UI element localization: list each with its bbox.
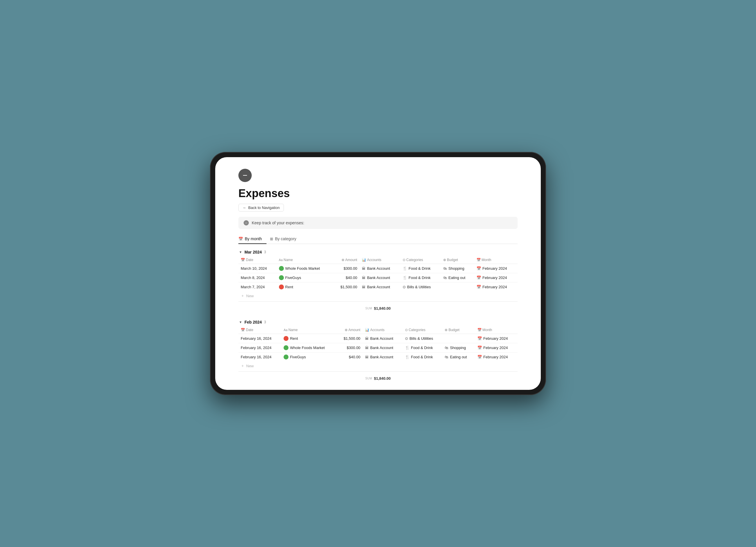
col-budget-mar: ⊕Budget <box>441 257 474 264</box>
col-name-mar: AaName <box>277 257 333 264</box>
cell-category: ⊙ Bills & Utilities <box>403 334 443 343</box>
cell-category: 🍴 Food & Drink <box>403 343 443 352</box>
cell-month: 📅 February 2024 <box>474 264 518 273</box>
cell-name: Whole Foods Market <box>277 264 333 273</box>
cell-account: 🏛 Bank Account <box>359 273 400 282</box>
category-icon: ⊙ <box>405 336 408 341</box>
col-budget-feb: ⊕Budget <box>442 327 475 334</box>
page-title: Expenses <box>238 187 518 200</box>
cell-category: 🍴 Food & Drink <box>400 264 441 273</box>
cell-amount: $300.00 <box>337 343 363 352</box>
month-icon: 📅 <box>476 285 481 289</box>
col-categories-feb: ⊙Categories <box>403 327 443 334</box>
section-count-feb: 3 <box>264 320 266 324</box>
new-row-feb[interactable]: ＋ New <box>238 361 518 370</box>
table-header-row-feb: 📅Date AaName ⊕Amount 📊Accounts ⊙Categori… <box>238 327 518 334</box>
info-bar: Keep track of your expenses: <box>238 217 518 229</box>
bank-icon: 🏛 <box>365 355 369 359</box>
cell-date: February 16, 2024 <box>238 343 281 352</box>
chevron-down-icon-feb: ▼ <box>239 320 242 324</box>
bank-icon: 🏛 <box>362 266 366 271</box>
table-row[interactable]: February 16, 2024 Rent $1,500.00 🏛 Bank … <box>238 334 518 343</box>
cell-amount: $1,500.00 <box>333 282 359 292</box>
month-icon: 📅 <box>476 275 481 280</box>
table-row[interactable]: March 8, 2024 FiveGuys $40.00 🏛 Bank Acc… <box>238 273 518 282</box>
section-title-mar: Mar 2024 <box>244 250 262 255</box>
table-feb: 📅Date AaName ⊕Amount 📊Accounts ⊙Categori… <box>238 327 518 361</box>
plus-icon-mar: ＋ <box>241 293 244 298</box>
section-title-feb: Feb 2024 <box>244 320 262 324</box>
section-feb-2024: ▼ Feb 2024 3 📅Date AaName ⊕Amount 📊Accou… <box>238 320 518 382</box>
new-row-label-feb: New <box>246 364 254 368</box>
cell-budget <box>441 282 474 292</box>
col-date-mar: 📅Date <box>238 257 277 264</box>
cell-budget: 🛍 Eating out <box>442 352 475 362</box>
chevron-down-icon: ▼ <box>239 250 242 254</box>
category-icon: ⊙ <box>403 285 406 289</box>
month-icon: 📅 <box>476 266 481 271</box>
cell-budget: 🛍 Shopping <box>442 343 475 352</box>
budget-icon: 🛍 <box>443 275 447 280</box>
new-row-mar[interactable]: ＋ New <box>238 291 518 300</box>
sum-label-feb: SUM <box>365 377 372 380</box>
category-icon: 🍴 <box>403 266 407 271</box>
table-header-row-mar: 📅Date AaName ⊕Amount 📊Accounts ⊙Categori… <box>238 257 518 264</box>
col-accounts-mar: 📊Accounts <box>359 257 400 264</box>
col-date-feb: 📅Date <box>238 327 281 334</box>
cell-name: Rent <box>277 282 333 292</box>
cell-account: 🏛 Bank Account <box>363 343 403 352</box>
cell-account: 🏛 Bank Account <box>359 264 400 273</box>
cell-date: March 8, 2024 <box>238 273 277 282</box>
sum-value-mar: $1,840.00 <box>374 306 391 310</box>
page-content: Expenses ← Back to Navigation Keep track… <box>215 157 541 390</box>
info-icon <box>244 220 249 226</box>
col-amount-feb: ⊕Amount <box>337 327 363 334</box>
budget-icon: 🛍 <box>443 266 447 271</box>
new-row-label-mar: New <box>246 294 254 298</box>
cell-account: 🏛 Bank Account <box>359 282 400 292</box>
cell-budget: 🛍 Eating out <box>441 273 474 282</box>
budget-icon: 🛍 <box>445 355 448 359</box>
cell-date: March 7, 2024 <box>238 282 277 292</box>
table-row[interactable]: March 7, 2024 Rent $1,500.00 🏛 Bank Acco… <box>238 282 518 292</box>
section-mar-2024: ▼ Mar 2024 3 📅Date AaName ⊕Amount 📊Accou… <box>238 250 518 312</box>
cell-month: 📅 February 2024 <box>474 282 518 292</box>
bank-icon: 🏛 <box>362 285 366 289</box>
info-text: Keep track of your expenses: <box>252 221 304 225</box>
category-icon: 🍴 <box>405 345 410 350</box>
col-month-feb: 📅Month <box>475 327 518 334</box>
cell-month: 📅 February 2024 <box>475 334 518 343</box>
cell-name: Whole Foods Market <box>281 343 337 352</box>
tab-by-month[interactable]: 📅 By month <box>238 234 266 244</box>
table-row[interactable]: March 10, 2024 Whole Foods Market $300.0… <box>238 264 518 273</box>
table-row[interactable]: February 16, 2024 Whole Foods Market $30… <box>238 343 518 352</box>
cell-month: 📅 February 2024 <box>475 343 518 352</box>
divider-feb <box>238 371 518 372</box>
arrow-left-icon: ← <box>243 206 246 210</box>
month-icon: 📅 <box>477 355 482 359</box>
section-header-feb: ▼ Feb 2024 3 <box>238 320 518 324</box>
cell-account: 🏛 Bank Account <box>363 334 403 343</box>
tabs-container: 📅 By month ⊞ By category <box>238 234 518 244</box>
table-row[interactable]: February 16, 2024 FiveGuys $40.00 🏛 Bank… <box>238 352 518 362</box>
cell-month: 📅 February 2024 <box>474 273 518 282</box>
col-name-feb: AaName <box>281 327 337 334</box>
cell-date: March 10, 2024 <box>238 264 277 273</box>
cell-account: 🏛 Bank Account <box>363 352 403 362</box>
col-month-mar: 📅Month <box>474 257 518 264</box>
cell-amount: $40.00 <box>337 352 363 362</box>
plus-icon-feb: ＋ <box>241 363 244 368</box>
tablet-screen: Expenses ← Back to Navigation Keep track… <box>215 157 541 390</box>
bank-icon: 🏛 <box>365 336 369 341</box>
cell-amount: $300.00 <box>333 264 359 273</box>
back-to-navigation-button[interactable]: ← Back to Navigation <box>238 204 284 212</box>
cell-name: FiveGuys <box>277 273 333 282</box>
col-accounts-feb: 📊Accounts <box>363 327 403 334</box>
bank-icon: 🏛 <box>365 345 369 350</box>
cell-date: February 16, 2024 <box>238 352 281 362</box>
sum-row-feb: SUM $1,840.00 <box>238 375 518 382</box>
category-icon: 🍴 <box>403 275 407 280</box>
sum-label-mar: SUM <box>365 307 372 310</box>
cell-date: February 16, 2024 <box>238 334 281 343</box>
tab-by-category[interactable]: ⊞ By category <box>270 234 301 244</box>
